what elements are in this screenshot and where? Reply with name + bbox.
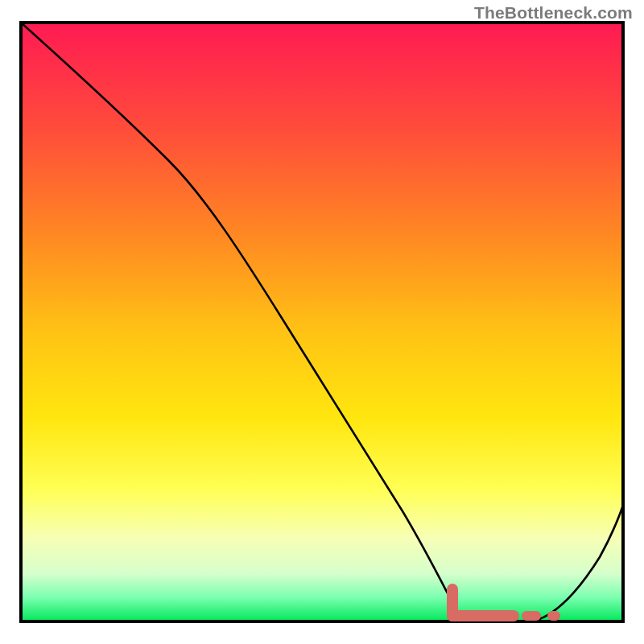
heat-background xyxy=(21,23,623,621)
chart-svg xyxy=(0,0,644,644)
watermark-text: TheBottleneck.com xyxy=(474,3,633,23)
chart-container: TheBottleneck.com xyxy=(0,0,644,644)
